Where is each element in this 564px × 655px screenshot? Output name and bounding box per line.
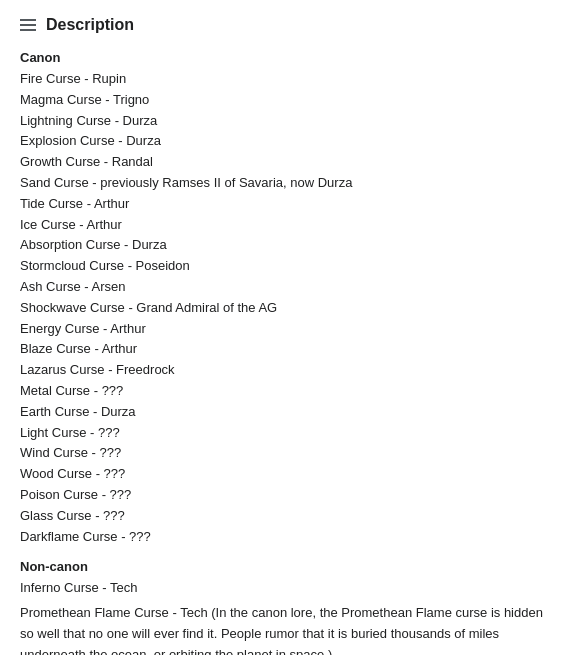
- list-item: Sand Curse - previously Ramses II of Sav…: [20, 173, 544, 194]
- page-container: Description CanonFire Curse - RupinMagma…: [0, 0, 564, 655]
- list-item: Lightning Curse - Durza: [20, 111, 544, 132]
- list-item: Darkflame Curse - ???: [20, 527, 544, 548]
- list-item: Blaze Curse - Arthur: [20, 339, 544, 360]
- list-item: Wood Curse - ???: [20, 464, 544, 485]
- list-item: Glass Curse - ???: [20, 506, 544, 527]
- list-item: Tide Curse - Arthur: [20, 194, 544, 215]
- list-item: Explosion Curse - Durza: [20, 131, 544, 152]
- list-item: Wind Curse - ???: [20, 443, 544, 464]
- list-item: Fire Curse - Rupin: [20, 69, 544, 90]
- page-title: Description: [46, 16, 134, 34]
- curse-list-non-canon: Inferno Curse - Tech: [20, 578, 544, 599]
- list-item: Lazarus Curse - Freedrock: [20, 360, 544, 381]
- list-item: Stormcloud Curse - Poseidon: [20, 256, 544, 277]
- section-heading-canon: Canon: [20, 50, 544, 65]
- header: Description: [20, 16, 544, 34]
- curse-list-canon: Fire Curse - RupinMagma Curse - TrignoLi…: [20, 69, 544, 547]
- list-item: Shockwave Curse - Grand Admiral of the A…: [20, 298, 544, 319]
- list-item: Metal Curse - ???: [20, 381, 544, 402]
- list-item: Magma Curse - Trigno: [20, 90, 544, 111]
- non-canon-note: Promethean Flame Curse - Tech (In the ca…: [20, 603, 544, 655]
- section-canon: CanonFire Curse - RupinMagma Curse - Tri…: [20, 50, 544, 547]
- list-item: Inferno Curse - Tech: [20, 578, 544, 599]
- list-item: Growth Curse - Randal: [20, 152, 544, 173]
- list-item: Ice Curse - Arthur: [20, 215, 544, 236]
- list-item: Poison Curse - ???: [20, 485, 544, 506]
- section-heading-non-canon: Non-canon: [20, 559, 544, 574]
- list-item: Light Curse - ???: [20, 423, 544, 444]
- menu-icon[interactable]: [20, 19, 36, 31]
- list-item: Earth Curse - Durza: [20, 402, 544, 423]
- list-item: Ash Curse - Arsen: [20, 277, 544, 298]
- sections-container: CanonFire Curse - RupinMagma Curse - Tri…: [20, 50, 544, 655]
- list-item: Absorption Curse - Durza: [20, 235, 544, 256]
- section-non-canon: Non-canonInferno Curse - TechPromethean …: [20, 559, 544, 655]
- list-item: Energy Curse - Arthur: [20, 319, 544, 340]
